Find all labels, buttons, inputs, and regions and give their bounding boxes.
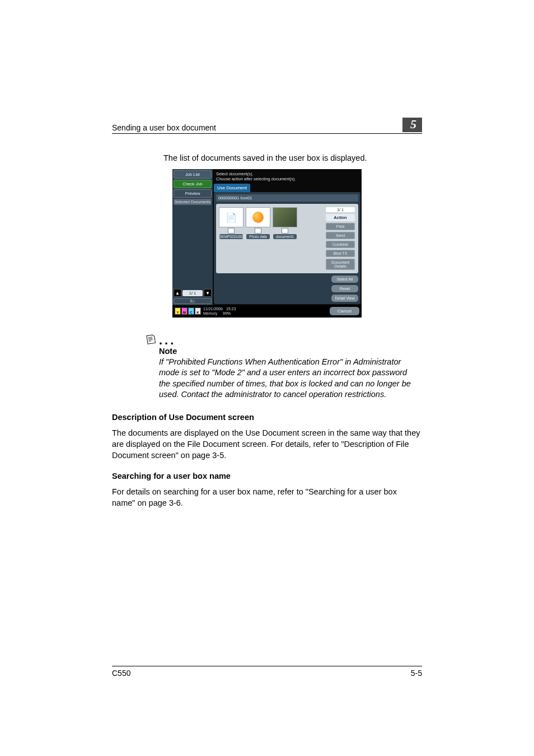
chapter-number: 5 [402, 118, 422, 132]
note-icon [145, 333, 156, 344]
note-label: Note [159, 347, 422, 356]
section-heading: Description of Use Document screen [112, 413, 422, 422]
combine-button[interactable]: Combine [326, 241, 355, 248]
thumb-icon: 📄 [219, 207, 243, 227]
document-thumb[interactable]: document1 [273, 207, 297, 270]
left-page-indicator: 1/ 1 [182, 290, 203, 296]
left-pager: ▲ 1/ 1 ▼ [174, 289, 212, 297]
section-body: The documents are displayed on the Use D… [112, 427, 422, 461]
thumb-label: document1 [273, 234, 297, 239]
thumb-label: SKMP02010010 [219, 234, 243, 239]
preview-button[interactable]: Preview [174, 189, 212, 198]
page-down-icon[interactable]: ▼ [204, 289, 212, 297]
box-id-label: 000000001 box01 [216, 194, 358, 202]
section-heading: Searching for a user box name [112, 472, 422, 480]
print-button[interactable]: Print [326, 223, 355, 230]
document-thumb[interactable]: Photo data [246, 207, 270, 270]
section-body: For details on searching for a user box … [112, 486, 422, 509]
footer-memory-pct: 99% [223, 311, 231, 315]
note-text: If "Prohibited Functions When Authentica… [159, 357, 411, 400]
rotate-icon[interactable]: ⎘↺ [174, 298, 212, 304]
footer-time: 15:23 [226, 307, 236, 311]
toner-levels: YMCK [175, 307, 201, 315]
thumb-checkbox[interactable] [282, 228, 288, 234]
message-line-2: Choose action after selecting document(s… [216, 176, 358, 181]
select-all-button[interactable]: Select All [331, 276, 358, 283]
intro-text: The list of documents saved in the user … [163, 153, 422, 162]
reset-button[interactable]: Reset [331, 285, 358, 292]
footer-memory-label: Memory [203, 311, 217, 315]
note-dots: ... [159, 337, 176, 344]
selected-documents-label: Selected Documents [174, 199, 212, 205]
document-details-button[interactable]: Document Details [326, 259, 355, 270]
thumb-icon [273, 207, 297, 227]
check-job-button[interactable]: Check Job [174, 180, 212, 188]
job-list-button[interactable]: Job List [174, 170, 212, 179]
footer-model: C550 [112, 669, 130, 678]
detail-view-button[interactable]: Detail View [331, 295, 358, 302]
bind-tx-button[interactable]: Bind TX [326, 250, 355, 257]
document-thumb[interactable]: 📄 SKMP02010010 [219, 207, 243, 270]
thumb-checkbox[interactable] [228, 228, 235, 234]
page-up-icon[interactable]: ▲ [174, 289, 181, 297]
use-document-tab[interactable]: Use Document [214, 184, 250, 192]
action-heading: Action [326, 214, 355, 221]
message-line-1: Select document(s). [216, 171, 358, 176]
cancel-button[interactable]: Cancel [330, 307, 359, 315]
thumb-checkbox[interactable] [255, 228, 261, 234]
footer-page-number: 5-5 [411, 669, 422, 678]
thumb-icon [246, 207, 270, 227]
send-button[interactable]: Send [326, 232, 355, 239]
footer-date: 11/21/2006 [203, 307, 223, 311]
running-head: Sending a user box document [112, 123, 216, 132]
thumb-label: Photo data [246, 234, 270, 239]
mfp-screenshot: Job List Check Job Preview Selected Docu… [112, 169, 422, 317]
right-page-indicator: 1/ 1 [326, 207, 355, 212]
